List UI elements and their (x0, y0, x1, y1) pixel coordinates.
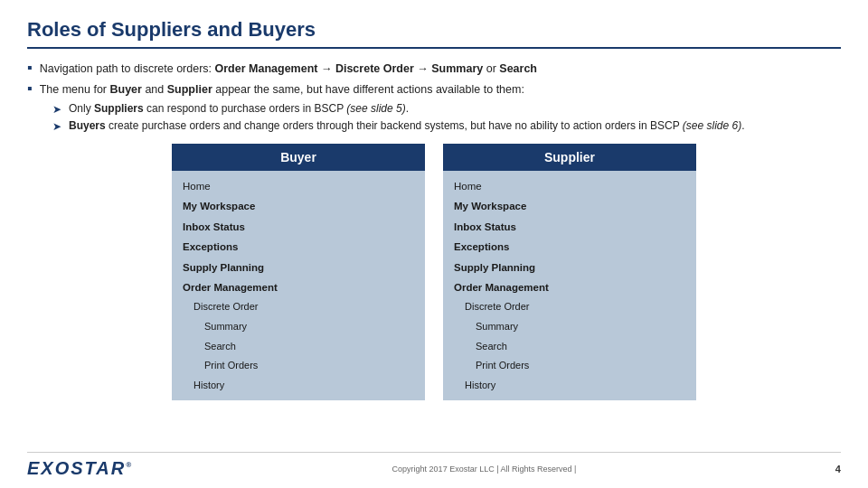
supplier-item-print: Print Orders (443, 356, 696, 376)
supplier-item-summary: Summary (443, 317, 696, 337)
sub-bullet-icon-2: ➤ (52, 120, 61, 133)
supplier-item-search: Search (443, 337, 696, 357)
buyer-item-exceptions: Exceptions (172, 237, 425, 257)
bullet-icon-2: ▪ (27, 80, 33, 97)
buyer-item-order-mgmt: Order Management (172, 277, 425, 297)
buyer-item-discrete: Discrete Order (172, 297, 425, 317)
sub-bullet-text-1: Only Suppliers can respond to purchase o… (69, 102, 409, 115)
supplier-header: Supplier (443, 144, 696, 171)
buyer-item-summary: Summary (172, 317, 425, 337)
sub-bullet-1: ➤ Only Suppliers can respond to purchase… (52, 102, 841, 116)
buyer-item-inbox: Inbox Status (172, 217, 425, 237)
bullet-text-2: The menu for Buyer and Supplier appear t… (40, 82, 524, 99)
buyer-header: Buyer (172, 144, 425, 171)
buyer-menu-body: Home My Workspace Inbox Status Exception… (172, 171, 425, 400)
supplier-item-supply: Supply Planning (443, 258, 696, 277)
supplier-item-history: History (443, 376, 696, 396)
buyer-item-supply: Supply Planning (172, 258, 425, 277)
buyer-item-history: History (172, 376, 425, 396)
logo-text: EXOSTAR® (27, 458, 133, 479)
footer: EXOSTAR® Copyright 2017 Exostar LLC | Al… (27, 452, 841, 479)
buyer-item-home: Home (172, 176, 425, 196)
supplier-item-workspace: My Workspace (443, 196, 696, 216)
page-title: Roles of Suppliers and Buyers (27, 18, 841, 42)
footer-page: 4 (835, 464, 841, 474)
logo: EXOSTAR® (27, 458, 133, 479)
sub-bullet-icon-1: ➤ (52, 103, 61, 116)
buyer-item-search: Search (172, 337, 425, 357)
sub-bullet-text-2: Buyers create purchase orders and change… (69, 119, 745, 132)
buyer-item-print: Print Orders (172, 356, 425, 376)
supplier-item-home: Home (443, 176, 696, 196)
sub-bullets: ➤ Only Suppliers can respond to purchase… (52, 102, 841, 133)
supplier-column: Supplier Home My Workspace Inbox Status … (443, 144, 696, 400)
supplier-menu-body: Home My Workspace Inbox Status Exception… (443, 171, 696, 400)
bullets-section: ▪ Navigation path to discrete orders: Or… (27, 61, 841, 133)
slide: Roles of Suppliers and Buyers ▪ Navigati… (0, 0, 868, 488)
title-bar: Roles of Suppliers and Buyers (27, 18, 841, 49)
bullet-text-1: Navigation path to discrete orders: Orde… (40, 61, 537, 78)
sub-bullet-2: ➤ Buyers create purchase orders and chan… (52, 119, 841, 133)
supplier-item-exceptions: Exceptions (443, 237, 696, 257)
comparison-table: Buyer Home My Workspace Inbox Status Exc… (172, 144, 696, 400)
supplier-item-inbox: Inbox Status (443, 217, 696, 237)
supplier-item-discrete: Discrete Order (443, 297, 696, 317)
buyer-item-workspace: My Workspace (172, 196, 425, 216)
bullet-icon-1: ▪ (27, 60, 33, 76)
supplier-item-order-mgmt: Order Management (443, 277, 696, 297)
bullet-2: ▪ The menu for Buyer and Supplier appear… (27, 82, 841, 99)
bullet-1: ▪ Navigation path to discrete orders: Or… (27, 61, 841, 78)
footer-copyright: Copyright 2017 Exostar LLC | All Rights … (392, 465, 577, 474)
buyer-column: Buyer Home My Workspace Inbox Status Exc… (172, 144, 425, 400)
